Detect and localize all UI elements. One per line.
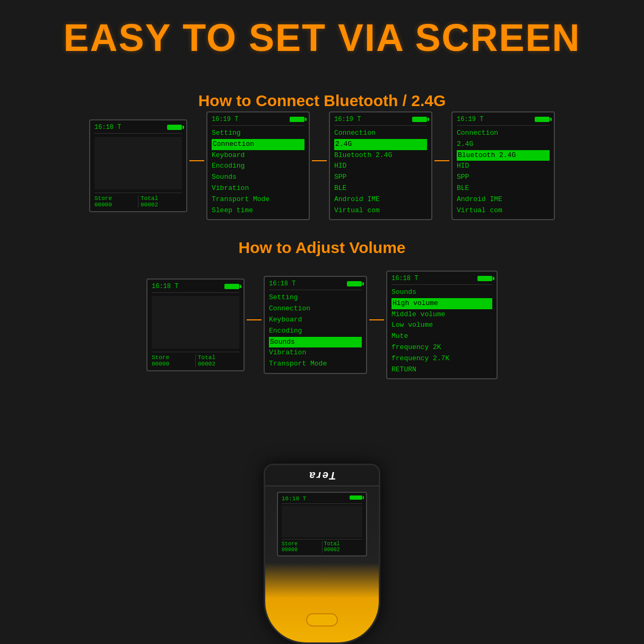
arrow1 — [187, 160, 206, 161]
vol-menu-vibration: Vibration — [269, 347, 362, 359]
vol-screen-time3: 16:18 T — [391, 275, 418, 282]
mute: Mute — [391, 331, 492, 342]
vol-menu-transport: Transport Mode — [269, 359, 362, 370]
device-store-label: Store — [282, 541, 320, 547]
vol-menu-sounds-highlight: Sounds — [269, 337, 362, 348]
conn-title: Connection — [334, 128, 427, 139]
store-section: Store 00000 — [94, 195, 138, 208]
vol-screen-time2: 16:18 T — [269, 280, 295, 288]
bt-screen1: 16:18 T Store 00000 Total 00002 — [89, 119, 187, 212]
conn-spp: SPP — [334, 172, 427, 183]
conn2-ble: BLE — [457, 183, 550, 194]
vol-screen-header3: 16:18 T — [391, 275, 492, 285]
brand-label: Tera — [308, 469, 336, 482]
conn2-virtual: Virtual com — [457, 205, 550, 216]
conn-android: Android IME — [334, 194, 427, 205]
menu-item-connection-highlight: Connection — [212, 139, 304, 150]
conn-hid: HID — [334, 161, 427, 172]
section2-title: How to Adjust Volume — [0, 239, 644, 257]
vol-total-section: Total 00002 — [196, 354, 239, 367]
total-section: Total 00002 — [138, 195, 182, 208]
total-value: 00002 — [141, 202, 182, 208]
device-battery — [350, 495, 362, 500]
screen-time-3: 16:19 T — [334, 116, 361, 123]
bt-screen4: 16:19 T Connection 2.4G Bluetooth 2.4G H… — [451, 111, 555, 220]
menu-item-vibration: Vibration — [212, 183, 304, 194]
vol-arrow2 — [367, 319, 386, 320]
screen-time-2: 16:19 T — [212, 116, 238, 123]
arrow3 — [432, 160, 451, 161]
brand-band: Tera — [265, 465, 379, 486]
battery-icon-3 — [412, 117, 427, 122]
screen-header-4: 16:19 T — [457, 116, 550, 126]
screen-time-4: 16:19 T — [457, 116, 483, 123]
vol-menu-encoding: Encoding — [269, 326, 362, 337]
vol-sounds-menu: Sounds High volume Middle volume Low vol… — [391, 287, 492, 375]
screen-header-3: 16:19 T — [334, 116, 427, 126]
vol-total-label: Total — [198, 354, 239, 361]
menu-item-encoding: Encoding — [212, 161, 304, 172]
total-label: Total — [141, 195, 182, 202]
vol-store-section: Store 00000 — [152, 354, 196, 367]
conn-virtual: Virtual com — [334, 205, 427, 216]
battery-icon-2 — [290, 117, 304, 122]
device-time: 16:18 T — [282, 495, 306, 502]
vol-screen-header2: 16:18 T — [269, 280, 362, 290]
store-label: Store — [94, 195, 136, 202]
conn2-bluetooth-highlight: Bluetooth 2.4G — [457, 150, 550, 161]
conn2-24g: 2.4G — [457, 139, 550, 150]
vol-menu: Setting Connection Keyboard Encoding Sou… — [269, 292, 362, 370]
vol-menu-connection: Connection — [269, 303, 362, 315]
vol-total-value: 00002 — [198, 361, 239, 367]
trigger-area[interactable] — [306, 613, 338, 626]
sounds-title: Sounds — [391, 287, 492, 298]
freq-27k: frequency 2.7K — [391, 353, 492, 364]
vol-store-value: 00000 — [152, 361, 193, 367]
vol-menu-setting: Setting — [269, 292, 362, 303]
scanner-body: Tera 16:18 T Store 00000 Total 00002 — [264, 464, 380, 644]
low-volume: Low volume — [391, 320, 492, 331]
vol-menu-keyboard: Keyboard — [269, 315, 362, 326]
menu-item-sounds: Sounds — [212, 172, 304, 183]
device-screen-content — [282, 506, 362, 537]
screen-header: 16:18 T — [94, 124, 182, 134]
conn-ble: BLE — [334, 183, 427, 194]
section1-title: How to Connect Bluetooth / 2.4G — [0, 92, 644, 110]
main-title: EASY TO SET VIA SCREEN — [0, 0, 644, 59]
device-store-val: 00000 — [282, 547, 320, 553]
menu-item-keyboard: Keyboard — [212, 150, 304, 161]
vol-screen-footer1: Store 00000 Total 00002 — [152, 352, 239, 367]
conn2-android: Android IME — [457, 194, 550, 205]
menu-item-sleep: Sleep time — [212, 205, 304, 216]
vol-battery2 — [347, 281, 362, 286]
vol-arrow1 — [245, 319, 264, 320]
arrow2 — [310, 160, 329, 161]
scanner-device: Tera 16:18 T Store 00000 Total 00002 — [242, 458, 402, 644]
bt-screen2: 16:19 T Setting Connection Keyboard Enco… — [206, 111, 310, 220]
device-total-label: Total — [324, 541, 363, 547]
vol-screen-time1: 16:18 T — [152, 283, 178, 290]
conn2-spp: SPP — [457, 172, 550, 183]
vol-battery3 — [477, 276, 492, 281]
device-total: Total 00002 — [323, 541, 363, 553]
vol-screen2: 16:18 T Setting Connection Keyboard Enco… — [264, 276, 367, 374]
menu-item-setting: Setting — [212, 128, 304, 139]
device-screen-header: 16:18 T — [282, 495, 362, 504]
conn-24g-highlight: 2.4G — [334, 139, 427, 150]
device-screen: 16:18 T Store 00000 Total 00002 — [277, 492, 367, 556]
conn2-title: Connection — [457, 128, 550, 139]
screen-footer: Store 00000 Total 00002 — [94, 193, 182, 208]
menu-connection2: Connection 2.4G Bluetooth 2.4G HID SPP B… — [457, 128, 550, 216]
vol-screen1: 16:18 T Store 00000 Total 00002 — [146, 279, 245, 371]
middle-volume: Middle volume — [391, 309, 492, 320]
conn-bluetooth24g: Bluetooth 2.4G — [334, 150, 427, 161]
battery-icon-4 — [535, 117, 550, 122]
vol-screen-header1: 16:18 T — [152, 283, 239, 293]
freq-2k: frequency 2K — [391, 342, 492, 353]
battery-icon — [167, 125, 182, 130]
vol-store-label: Store — [152, 354, 193, 361]
store-value: 00000 — [94, 202, 136, 208]
conn2-hid: HID — [457, 161, 550, 172]
device-screen-footer: Store 00000 Total 00002 — [282, 539, 362, 553]
device-total-val: 00002 — [324, 547, 363, 553]
